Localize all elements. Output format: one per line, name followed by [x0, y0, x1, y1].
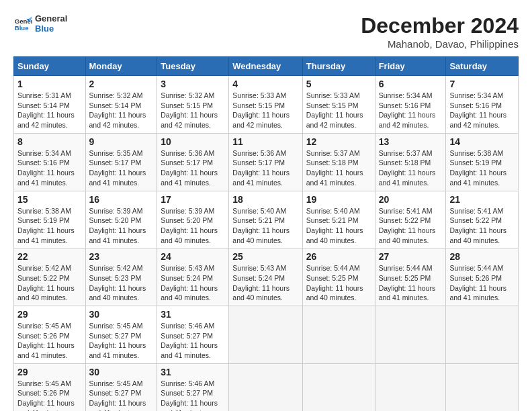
day-number: 1: [17, 79, 82, 89]
day-detail: Sunrise: 5:39 AMSunset: 5:20 PMDaylight:…: [161, 206, 225, 246]
day-detail: Sunrise: 5:37 AMSunset: 5:18 PMDaylight:…: [306, 148, 371, 188]
day-detail: Sunrise: 5:40 AMSunset: 5:21 PMDaylight:…: [232, 206, 298, 246]
day-detail: Sunrise: 5:44 AMSunset: 5:26 PMDaylight:…: [449, 263, 515, 303]
calendar-table: SundayMondayTuesdayWednesdayThursdayFrid…: [13, 56, 519, 411]
day-detail: Sunrise: 5:34 AMSunset: 5:16 PMDaylight:…: [379, 91, 443, 130]
calendar-cell: 26 Sunrise: 5:44 AMSunset: 5:25 PMDaylig…: [302, 248, 375, 306]
day-number: 16: [89, 194, 154, 205]
calendar-cell: 18 Sunrise: 5:40 AMSunset: 5:21 PMDaylig…: [229, 191, 302, 248]
calendar-cell: 3 Sunrise: 5:32 AMSunset: 5:15 PMDayligh…: [157, 76, 229, 134]
day-number: 27: [379, 251, 443, 262]
calendar-cell: 16 Sunrise: 5:39 AMSunset: 5:20 PMDaylig…: [85, 191, 157, 248]
calendar-cell: 12 Sunrise: 5:37 AMSunset: 5:18 PMDaylig…: [302, 133, 375, 191]
day-detail: Sunrise: 5:42 AMSunset: 5:22 PMDaylight:…: [17, 263, 82, 303]
day-number: 31: [161, 367, 225, 377]
day-number: 6: [379, 79, 443, 89]
day-number: 24: [161, 251, 225, 262]
week-row: 8 Sunrise: 5:34 AMSunset: 5:16 PMDayligh…: [14, 133, 519, 191]
day-number: 23: [89, 251, 154, 262]
day-number: 3: [161, 79, 225, 89]
day-number: 30: [89, 309, 154, 320]
day-number: 21: [449, 194, 515, 205]
calendar-cell: 25 Sunrise: 5:43 AMSunset: 5:24 PMDaylig…: [229, 248, 302, 306]
calendar-cell: 28 Sunrise: 5:44 AMSunset: 5:26 PMDaylig…: [446, 248, 519, 306]
calendar-cell: 24 Sunrise: 5:43 AMSunset: 5:24 PMDaylig…: [157, 248, 229, 306]
day-detail: Sunrise: 5:34 AMSunset: 5:16 PMDaylight:…: [17, 148, 82, 188]
week-row: 29 Sunrise: 5:45 AMSunset: 5:26 PMDaylig…: [14, 306, 519, 364]
calendar-cell: [375, 306, 446, 364]
calendar-cell: 1 Sunrise: 5:31 AMSunset: 5:14 PMDayligh…: [14, 76, 86, 134]
calendar-cell: 17 Sunrise: 5:39 AMSunset: 5:20 PMDaylig…: [157, 191, 229, 248]
day-number: 9: [89, 136, 154, 147]
day-detail: Sunrise: 5:44 AMSunset: 5:25 PMDaylight:…: [306, 263, 371, 303]
calendar-cell: 7 Sunrise: 5:34 AMSunset: 5:16 PMDayligh…: [446, 76, 519, 134]
col-header-monday: Monday: [85, 57, 157, 76]
logo: General Blue General Blue: [13, 13, 67, 34]
calendar-cell: 8 Sunrise: 5:34 AMSunset: 5:16 PMDayligh…: [14, 133, 86, 191]
col-header-thursday: Thursday: [302, 57, 375, 76]
day-number: 15: [17, 194, 82, 205]
day-detail: Sunrise: 5:41 AMSunset: 5:22 PMDaylight:…: [449, 206, 515, 246]
calendar-cell: [375, 363, 446, 411]
day-detail: Sunrise: 5:44 AMSunset: 5:25 PMDaylight:…: [379, 263, 443, 303]
calendar-cell: 5 Sunrise: 5:33 AMSunset: 5:15 PMDayligh…: [302, 76, 375, 134]
day-number: 2: [89, 79, 154, 89]
week-row: 15 Sunrise: 5:38 AMSunset: 5:19 PMDaylig…: [14, 191, 519, 248]
day-number: 4: [232, 79, 298, 89]
week-row: 1 Sunrise: 5:31 AMSunset: 5:14 PMDayligh…: [14, 76, 519, 134]
day-detail: Sunrise: 5:43 AMSunset: 5:24 PMDaylight:…: [232, 263, 298, 303]
col-header-sunday: Sunday: [14, 57, 86, 76]
day-detail: Sunrise: 5:38 AMSunset: 5:19 PMDaylight:…: [449, 148, 515, 188]
day-detail: Sunrise: 5:39 AMSunset: 5:20 PMDaylight:…: [89, 206, 154, 246]
day-number: 8: [17, 136, 82, 147]
calendar-cell: 23 Sunrise: 5:42 AMSunset: 5:23 PMDaylig…: [85, 248, 157, 306]
header: General Blue General Blue December 2024 …: [13, 13, 519, 50]
day-detail: Sunrise: 5:36 AMSunset: 5:17 PMDaylight:…: [161, 148, 225, 188]
day-detail: Sunrise: 5:45 AMSunset: 5:27 PMDaylight:…: [89, 379, 154, 411]
day-number: 19: [306, 194, 371, 205]
day-number: 29: [17, 309, 82, 320]
day-detail: Sunrise: 5:46 AMSunset: 5:27 PMDaylight:…: [161, 321, 225, 361]
calendar-cell: 13 Sunrise: 5:37 AMSunset: 5:18 PMDaylig…: [375, 133, 446, 191]
calendar-cell: [446, 306, 519, 364]
calendar-cell: 2 Sunrise: 5:32 AMSunset: 5:14 PMDayligh…: [85, 76, 157, 134]
day-number: 17: [161, 194, 225, 205]
day-number: 5: [306, 79, 371, 89]
calendar-cell: [302, 306, 375, 364]
month-title: December 2024: [361, 13, 519, 38]
day-detail: Sunrise: 5:33 AMSunset: 5:15 PMDaylight:…: [306, 91, 371, 130]
location-subtitle: Mahanob, Davao, Philippines: [361, 38, 519, 50]
calendar-cell: 29 Sunrise: 5:45 AMSunset: 5:26 PMDaylig…: [14, 363, 86, 411]
calendar-cell: 21 Sunrise: 5:41 AMSunset: 5:22 PMDaylig…: [446, 191, 519, 248]
week-row: 22 Sunrise: 5:42 AMSunset: 5:22 PMDaylig…: [14, 248, 519, 306]
calendar-cell: 15 Sunrise: 5:38 AMSunset: 5:19 PMDaylig…: [14, 191, 86, 248]
calendar-cell: 29 Sunrise: 5:45 AMSunset: 5:26 PMDaylig…: [14, 306, 86, 364]
day-number: 28: [449, 251, 515, 262]
calendar-cell: 6 Sunrise: 5:34 AMSunset: 5:16 PMDayligh…: [375, 76, 446, 134]
day-detail: Sunrise: 5:45 AMSunset: 5:27 PMDaylight:…: [89, 321, 154, 361]
title-area: December 2024 Mahanob, Davao, Philippine…: [361, 13, 519, 50]
calendar-cell: 31 Sunrise: 5:46 AMSunset: 5:27 PMDaylig…: [157, 363, 229, 411]
day-number: 7: [449, 79, 515, 89]
calendar-cell: [229, 306, 302, 364]
day-detail: Sunrise: 5:41 AMSunset: 5:22 PMDaylight:…: [379, 206, 443, 246]
calendar-cell: 20 Sunrise: 5:41 AMSunset: 5:22 PMDaylig…: [375, 191, 446, 248]
calendar-cell: 9 Sunrise: 5:35 AMSunset: 5:17 PMDayligh…: [85, 133, 157, 191]
logo-line2: Blue: [35, 24, 67, 34]
day-number: 30: [89, 367, 154, 377]
day-detail: Sunrise: 5:31 AMSunset: 5:14 PMDaylight:…: [17, 91, 82, 130]
day-detail: Sunrise: 5:33 AMSunset: 5:15 PMDaylight:…: [232, 91, 298, 130]
day-detail: Sunrise: 5:34 AMSunset: 5:16 PMDaylight:…: [449, 91, 515, 130]
day-detail: Sunrise: 5:32 AMSunset: 5:15 PMDaylight:…: [161, 91, 225, 130]
day-detail: Sunrise: 5:45 AMSunset: 5:26 PMDaylight:…: [17, 321, 82, 361]
day-number: 10: [161, 136, 225, 147]
day-number: 18: [232, 194, 298, 205]
day-number: 14: [449, 136, 515, 147]
calendar-cell: [302, 363, 375, 411]
day-detail: Sunrise: 5:45 AMSunset: 5:26 PMDaylight:…: [17, 379, 82, 411]
logo-icon: General Blue: [13, 14, 32, 33]
day-detail: Sunrise: 5:36 AMSunset: 5:17 PMDaylight:…: [232, 148, 298, 188]
calendar-cell: 4 Sunrise: 5:33 AMSunset: 5:15 PMDayligh…: [229, 76, 302, 134]
day-detail: Sunrise: 5:32 AMSunset: 5:14 PMDaylight:…: [89, 91, 154, 130]
calendar-cell: [446, 363, 519, 411]
